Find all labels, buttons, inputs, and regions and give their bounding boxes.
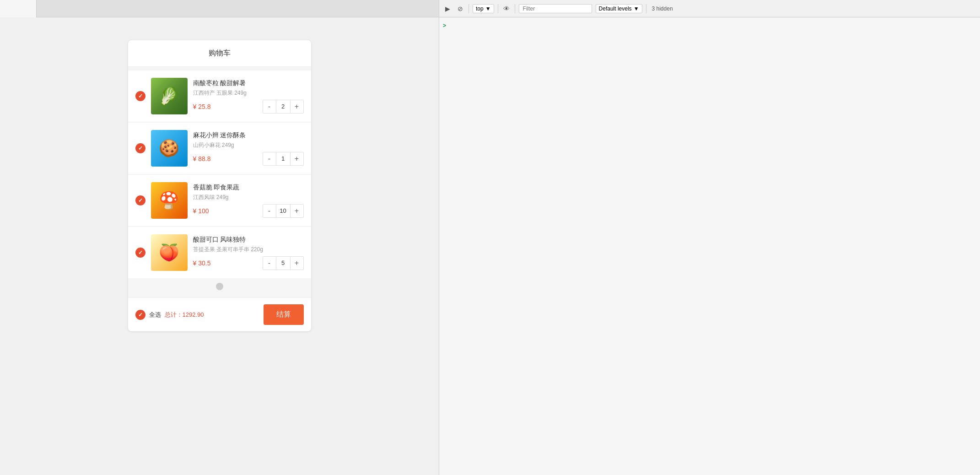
- toolbar-separator-4: [646, 4, 646, 13]
- footer-left: 全选 总计：1292.90: [135, 310, 204, 320]
- tab-bar: [0, 0, 439, 17]
- levels-dropdown[interactable]: Default levels ▼: [596, 4, 642, 13]
- hidden-badge: 3 hidden: [652, 5, 673, 12]
- cart-header: 购物车: [128, 40, 311, 67]
- cart-item: 香菇脆 即食果蔬 江西风味 249g ¥ 100 - 10 +: [128, 175, 311, 226]
- qty-increase-4[interactable]: +: [291, 257, 303, 270]
- qty-value-4: 5: [276, 257, 291, 270]
- item-image-1: [151, 78, 188, 114]
- item-price-2: ¥ 88.8: [193, 155, 211, 162]
- item-price-row-2: ¥ 88.8 - 1 +: [193, 152, 304, 166]
- console-arrow[interactable]: >: [443, 22, 446, 29]
- item-name-2: 麻花小辫 迷你酥条: [193, 131, 304, 140]
- item-desc-2: 山药小麻花 249g: [193, 141, 304, 149]
- scroll-indicator: [128, 279, 311, 294]
- item-price-1: ¥ 25.8: [193, 103, 211, 110]
- scroll-dot: [216, 283, 223, 290]
- quantity-control-2: - 1 +: [263, 152, 304, 166]
- context-dropdown-arrow: ▼: [485, 5, 491, 12]
- item-price-3: ¥ 100: [193, 207, 209, 215]
- context-dropdown[interactable]: top ▼: [473, 4, 494, 13]
- play-icon[interactable]: ▶: [443, 4, 452, 13]
- item-image-4: [151, 234, 188, 271]
- cart-item: 酸甜可口 风味独特 菩提圣果 圣果可串手串 220g ¥ 30.5 - 5 +: [128, 227, 311, 278]
- item-name-4: 酸甜可口 风味独特: [193, 236, 304, 244]
- checkout-button[interactable]: 结算: [264, 304, 304, 325]
- item-name-1: 南酸枣粒 酸甜解暑: [193, 79, 304, 87]
- cart-title: 购物车: [209, 49, 231, 57]
- tab-item[interactable]: [0, 0, 37, 17]
- item-desc-3: 江西风味 249g: [193, 194, 304, 201]
- context-label: top: [476, 5, 484, 12]
- toolbar-separator-3: [515, 4, 515, 13]
- item-image-2: [151, 130, 188, 167]
- cart-item: 南酸枣粒 酸甜解暑 江西特产 五眼果 249g ¥ 25.8 - 2 +: [128, 70, 311, 122]
- item-checkbox-1[interactable]: [135, 91, 145, 101]
- item-info-1: 南酸枣粒 酸甜解暑 江西特产 五眼果 249g ¥ 25.8 - 2 +: [193, 79, 304, 113]
- browser-panel: 购物车 南酸枣粒 酸甜解暑 江西特产 五眼果 249g ¥ 25.8 -: [0, 0, 439, 475]
- cart-items-list: 南酸枣粒 酸甜解暑 江西特产 五眼果 249g ¥ 25.8 - 2 +: [128, 70, 311, 278]
- cart-footer: 全选 总计：1292.90 结算: [128, 297, 311, 331]
- item-price-4: ¥ 30.5: [193, 259, 211, 267]
- devtools-content: >: [439, 17, 980, 475]
- item-price-row-1: ¥ 25.8 - 2 +: [193, 100, 304, 113]
- filter-input[interactable]: [519, 4, 592, 13]
- cart-item: 麻花小辫 迷你酥条 山药小麻花 249g ¥ 88.8 - 1 +: [128, 123, 311, 174]
- item-checkbox-4[interactable]: [135, 248, 145, 258]
- item-image-3: [151, 182, 188, 219]
- qty-decrease-3[interactable]: -: [263, 205, 276, 217]
- quantity-control-4: - 5 +: [263, 256, 304, 270]
- eye-icon[interactable]: 👁: [502, 4, 511, 13]
- item-info-3: 香菇脆 即食果蔬 江西风味 249g ¥ 100 - 10 +: [193, 184, 304, 218]
- item-desc-4: 菩提圣果 圣果可串手串 220g: [193, 246, 304, 254]
- item-price-row-3: ¥ 100 - 10 +: [193, 204, 304, 218]
- qty-value-1: 2: [276, 100, 291, 113]
- devtools-toolbar: ▶ ⊘ top ▼ 👁 Default levels ▼ 3 hidden: [439, 0, 980, 17]
- qty-increase-3[interactable]: +: [291, 205, 303, 217]
- item-info-4: 酸甜可口 风味独特 菩提圣果 圣果可串手串 220g ¥ 30.5 - 5 +: [193, 236, 304, 270]
- devtools-panel: ▶ ⊘ top ▼ 👁 Default levels ▼ 3 hidden >: [439, 0, 980, 475]
- cart-wrapper: 购物车 南酸枣粒 酸甜解暑 江西特产 五眼果 249g ¥ 25.8 -: [0, 17, 439, 340]
- qty-increase-1[interactable]: +: [291, 100, 303, 113]
- item-name-3: 香菇脆 即食果蔬: [193, 184, 304, 192]
- cart-container: 购物车 南酸枣粒 酸甜解暑 江西特产 五眼果 249g ¥ 25.8 -: [128, 40, 311, 331]
- qty-decrease-2[interactable]: -: [263, 152, 276, 165]
- quantity-control-1: - 2 +: [263, 100, 304, 113]
- item-info-2: 麻花小辫 迷你酥条 山药小麻花 249g ¥ 88.8 - 1 +: [193, 131, 304, 166]
- toolbar-separator-1: [468, 4, 469, 13]
- toolbar-separator-2: [498, 4, 498, 13]
- stop-icon[interactable]: ⊘: [456, 4, 465, 13]
- levels-label: Default levels: [599, 5, 632, 12]
- qty-value-2: 1: [276, 152, 291, 165]
- item-price-row-4: ¥ 30.5 - 5 +: [193, 256, 304, 270]
- footer-total: 总计：1292.90: [165, 311, 204, 319]
- item-checkbox-3[interactable]: [135, 195, 145, 205]
- select-all-checkbox[interactable]: [135, 310, 145, 320]
- item-checkbox-2[interactable]: [135, 143, 145, 153]
- levels-dropdown-arrow: ▼: [634, 5, 639, 12]
- qty-increase-2[interactable]: +: [291, 152, 303, 165]
- qty-decrease-4[interactable]: -: [263, 257, 276, 270]
- qty-decrease-1[interactable]: -: [263, 100, 276, 113]
- quantity-control-3: - 10 +: [263, 204, 304, 218]
- qty-value-3: 10: [276, 205, 291, 217]
- item-desc-1: 江西特产 五眼果 249g: [193, 89, 304, 97]
- select-all-label: 全选: [149, 311, 161, 319]
